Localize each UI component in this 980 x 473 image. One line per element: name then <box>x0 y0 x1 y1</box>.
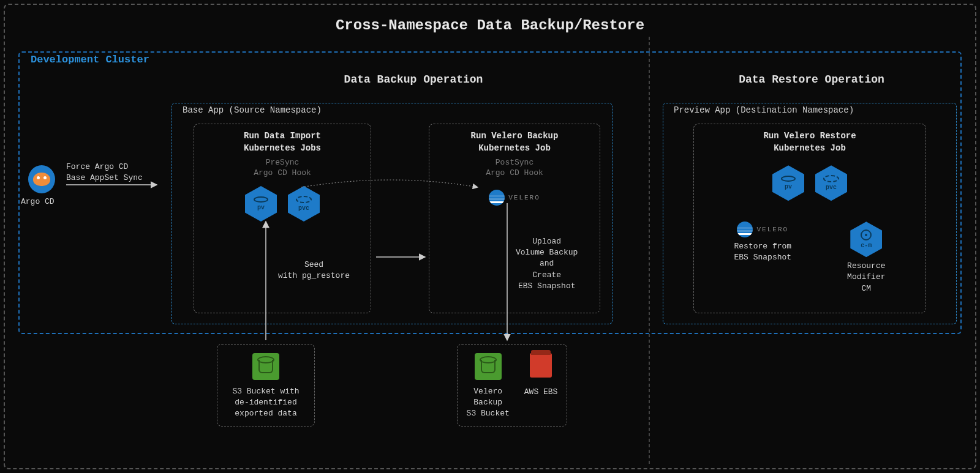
aws-ebs-label: AWS EBS <box>524 387 558 397</box>
pvc-label: pvc <box>298 205 309 212</box>
resource-modifier-col: c-m Resource Modifier CM <box>847 222 885 294</box>
import-job-box: Run Data Import Kubernetes Jobs PreSync … <box>194 124 371 313</box>
restore-velero-logo: VELERO <box>734 222 791 237</box>
argo-cd-label: Argo CD <box>21 197 55 206</box>
presync-hook-label: PreSync Argo CD Hook <box>194 158 371 179</box>
rm-2: Modifier <box>847 272 885 281</box>
velero-s3-bucket-icon <box>475 353 502 380</box>
restore-pv-label: pv <box>785 184 792 190</box>
resource-modifier-label: Resource Modifier CM <box>847 261 885 294</box>
restore-pv-icon: pv <box>772 165 804 201</box>
vs3-3: S3 Bucket <box>467 409 510 418</box>
preview-app-label: Preview App (Destination Namespace) <box>671 105 856 115</box>
restore-from-snapshot-label: Restore from EBS Snapshot <box>734 241 791 263</box>
vs3-1: Velero <box>473 387 502 396</box>
rm-3: CM <box>861 284 871 293</box>
velero-restore-box: Run Velero Restore Kubernetes Job pv pvc… <box>693 124 926 313</box>
cm-hex-label: c-m <box>861 242 872 249</box>
postsync-hook-label: PostSync Argo CD Hook <box>429 158 600 179</box>
vrestore-t2: Kubernetes Job <box>774 143 846 153</box>
s3-source-label: S3 Bucket with de-identified exported da… <box>224 386 308 420</box>
upload-label: Upload Volume Backup and Create EBS Snap… <box>516 236 578 292</box>
import-title-1: Run Data Import <box>244 131 321 141</box>
rm-1: Resource <box>847 261 885 270</box>
velero-restore-title: Run Velero Restore Kubernetes Job <box>694 124 925 154</box>
pv-icon: pv <box>245 186 277 222</box>
presync-2: Argo CD Hook <box>254 168 311 177</box>
seed-2: with pg_restore <box>278 271 350 280</box>
rfs-1: Restore from <box>734 242 791 251</box>
import-title-2: Kubernetes Jobs <box>244 143 321 153</box>
velero-s3-label: Velero Backup S3 Bucket <box>467 386 510 420</box>
import-job-title: Run Data Import Kubernetes Jobs <box>194 124 371 154</box>
argo-action-line1: Force Argo CD <box>66 162 128 171</box>
seed-label: Seed with pg_restore <box>278 259 350 281</box>
s3s-1: S3 Bucket with <box>232 387 299 396</box>
postsync-1: PostSync <box>496 158 533 167</box>
configmap-icon: c-m <box>850 222 882 257</box>
vbackup-t1: Run Velero Backup <box>471 131 559 141</box>
seed-1: Seed <box>304 260 323 269</box>
argo-cd-icon <box>28 165 55 193</box>
velero-backup-title: Run Velero Backup Kubernetes Job <box>429 124 600 154</box>
argo-action-line2: Base AppSet Sync <box>66 173 143 182</box>
restore-velero-text: VELERO <box>756 226 788 233</box>
s3-source-box: S3 Bucket with de-identified exported da… <box>217 344 315 426</box>
backup-section-title: Data Backup Operation <box>211 73 616 86</box>
restore-pvc-label: pvc <box>826 184 837 191</box>
base-app-label: Base App (Source Namespace) <box>180 105 324 115</box>
pvc-icon: pvc <box>288 186 320 222</box>
up-1: Upload <box>532 237 561 246</box>
aws-ebs-icon <box>530 353 552 378</box>
dev-cluster-label: Development Cluster <box>27 54 153 65</box>
up-4: Create <box>532 270 561 280</box>
velero-icon <box>489 190 505 206</box>
up-2: Volume Backup <box>516 248 578 257</box>
vbackup-t2: Kubernetes Job <box>478 143 551 153</box>
vrestore-t1: Run Velero Restore <box>763 131 856 141</box>
up-3: and <box>540 259 554 268</box>
vs3-2: Backup <box>473 398 502 407</box>
pv-label: pv <box>257 204 265 211</box>
restore-velero-icon <box>737 222 753 237</box>
s3-bucket-icon <box>252 353 279 380</box>
restore-section-title: Data Restore Operation <box>677 73 946 86</box>
restore-velero-col: VELERO Restore from EBS Snapshot <box>734 222 791 294</box>
presync-1: PreSync <box>266 158 300 167</box>
s3s-2: de-identified <box>235 398 296 407</box>
up-5: EBS Snapshot <box>518 281 576 291</box>
restore-pvc-icon: pvc <box>815 165 847 201</box>
velero-logo: VELERO <box>429 190 600 206</box>
postsync-2: Argo CD Hook <box>486 168 543 177</box>
s3s-3: exported data <box>235 409 296 418</box>
velero-s3-ebs-box: Velero Backup S3 Bucket AWS EBS <box>457 344 567 426</box>
rfs-2: EBS Snapshot <box>734 253 791 262</box>
velero-logo-text: VELERO <box>508 194 540 201</box>
main-title: Cross-Namespace Data Backup/Restore <box>336 17 644 34</box>
argo-action-text: Force Argo CD Base AppSet Sync <box>66 162 143 184</box>
